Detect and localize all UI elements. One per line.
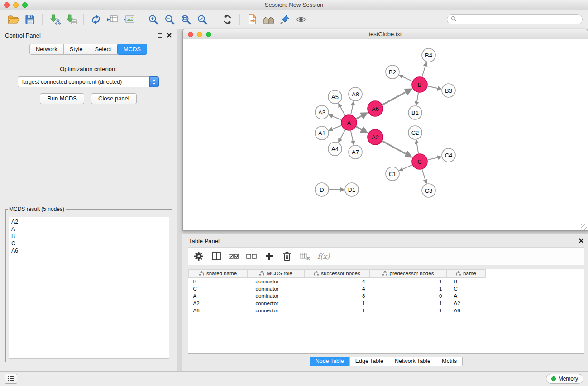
- column-header-shared-name[interactable]: shared name: [189, 270, 248, 278]
- edge-A-A4[interactable]: [340, 130, 345, 139]
- mcds-result-item[interactable]: B: [9, 233, 169, 240]
- network-window-titlebar[interactable]: testGlobe.txt: [183, 29, 588, 39]
- table-row[interactable]: A6connector11A6: [189, 307, 486, 314]
- network-arrows-icon[interactable]: [88, 12, 104, 27]
- edge-A-A7[interactable]: [351, 131, 353, 142]
- close-table-panel-icon[interactable]: [579, 238, 583, 243]
- node-C1[interactable]: C1: [386, 167, 399, 181]
- node-table-container[interactable]: shared nameMCDS rolesuccessor nodesprede…: [188, 269, 584, 354]
- edge-A-A5[interactable]: [340, 106, 345, 115]
- float-panel-icon[interactable]: [158, 33, 162, 38]
- document-export-icon[interactable]: [244, 12, 260, 27]
- edge-C-C2[interactable]: [417, 143, 419, 154]
- close-panel-button[interactable]: Close panel: [91, 93, 137, 104]
- column-header-MCDS-role[interactable]: MCDS role: [248, 270, 305, 278]
- mcds-result-item[interactable]: A2: [9, 218, 169, 225]
- image-export-icon[interactable]: [120, 12, 137, 27]
- node-C[interactable]: C: [412, 154, 427, 169]
- open-folder-icon[interactable]: [5, 12, 22, 27]
- edge-B-B1[interactable]: [417, 93, 418, 102]
- node-C4[interactable]: C4: [442, 148, 455, 162]
- column-header-name[interactable]: name: [447, 270, 486, 278]
- import-table-icon[interactable]: [63, 12, 79, 27]
- edge-B-B4[interactable]: [422, 66, 425, 77]
- edge-A-A1[interactable]: [332, 125, 341, 129]
- tab-edge-table[interactable]: Edge Table: [349, 357, 389, 366]
- network-graph[interactable]: B4B2BB3A8A5A6B1A3AC2A1A2A4A7C4CC1C3DD1: [183, 40, 588, 230]
- edge-A-A3[interactable]: [332, 116, 341, 120]
- mcds-result-item[interactable]: A6: [9, 247, 169, 254]
- node-C2[interactable]: C2: [408, 126, 422, 139]
- edge-B-B3[interactable]: [428, 86, 438, 89]
- eye-icon[interactable]: [293, 12, 309, 27]
- network-minimize-icon[interactable]: [197, 32, 202, 37]
- node-D[interactable]: D: [315, 183, 329, 196]
- node-A6[interactable]: A6: [368, 101, 383, 116]
- mcds-result-list[interactable]: A2ABCA6: [9, 217, 169, 359]
- table-row[interactable]: Bdominator41B: [189, 278, 486, 285]
- node-B1[interactable]: B1: [408, 106, 422, 119]
- node-B2[interactable]: B2: [386, 65, 399, 79]
- node-A4[interactable]: A4: [328, 142, 342, 156]
- table-row[interactable]: Adominator80A: [189, 292, 486, 300]
- network-canvas[interactable]: B4B2BB3A8A5A6B1A3AC2A1A2A4A7C4CC1C3DD1: [183, 40, 588, 230]
- table-row[interactable]: Cdominator41C: [189, 285, 486, 292]
- node-A8[interactable]: A8: [349, 87, 362, 101]
- minimize-window-icon[interactable]: [13, 2, 19, 8]
- resize-grip[interactable]: [581, 224, 587, 230]
- node-A5[interactable]: A5: [328, 90, 342, 104]
- gear-icon[interactable]: [193, 250, 205, 262]
- column-header-successor-nodes[interactable]: successor nodes: [305, 270, 370, 278]
- save-icon[interactable]: [22, 12, 38, 27]
- close-window-icon[interactable]: [4, 2, 10, 8]
- edge-A2-C[interactable]: [382, 141, 406, 154]
- table-row[interactable]: A2connector11A2: [189, 300, 486, 307]
- run-mcds-button[interactable]: Run MCDS: [40, 93, 84, 104]
- zoom-fit-icon[interactable]: [178, 12, 194, 27]
- edge-A-A6[interactable]: [356, 116, 362, 119]
- deselect-all-icon[interactable]: [246, 250, 258, 262]
- table-delete-icon[interactable]: [299, 250, 311, 262]
- zoom-out-icon[interactable]: [162, 12, 178, 27]
- node-A3[interactable]: A3: [315, 105, 329, 119]
- tab-node-table[interactable]: Node Table: [310, 357, 350, 366]
- add-column-icon[interactable]: [263, 250, 275, 262]
- tab-select[interactable]: Select: [89, 44, 118, 55]
- tab-network-table[interactable]: Network Table: [389, 357, 436, 366]
- node-A7[interactable]: A7: [349, 145, 362, 159]
- search-box[interactable]: [447, 14, 583, 24]
- zoom-window-icon[interactable]: [22, 2, 28, 8]
- node-A[interactable]: A: [341, 115, 357, 130]
- node-A1[interactable]: A1: [315, 126, 329, 140]
- close-panel-icon[interactable]: [167, 33, 172, 38]
- table-export-icon[interactable]: [104, 12, 120, 27]
- node-B[interactable]: B: [412, 77, 427, 92]
- network-zoom-icon[interactable]: [206, 32, 211, 37]
- mcds-result-item[interactable]: A: [9, 225, 169, 233]
- edge-A-A2[interactable]: [356, 127, 362, 130]
- birdseye-homes-icon[interactable]: [260, 12, 277, 27]
- criterion-dropdown[interactable]: largest connected component (directed): [18, 76, 159, 87]
- split-columns-icon[interactable]: [210, 250, 222, 262]
- function-builder-icon[interactable]: f(x): [316, 252, 330, 261]
- node-C3[interactable]: C3: [422, 184, 435, 197]
- paint-brush-icon[interactable]: [277, 12, 293, 27]
- edge-C-C1[interactable]: [402, 165, 412, 169]
- tab-network[interactable]: Network: [29, 44, 64, 55]
- delete-column-icon[interactable]: [281, 250, 293, 262]
- edge-A6-B[interactable]: [382, 92, 406, 105]
- edge-C-C4[interactable]: [428, 157, 438, 160]
- network-close-icon[interactable]: [188, 32, 193, 37]
- zoom-in-icon[interactable]: [145, 12, 162, 27]
- column-header-predecessor-nodes[interactable]: predecessor nodes: [370, 270, 447, 278]
- tab-motifs[interactable]: Motifs: [436, 357, 463, 366]
- edge-A-A8[interactable]: [351, 105, 353, 114]
- tab-style[interactable]: Style: [63, 44, 89, 55]
- search-input[interactable]: [459, 16, 578, 23]
- memory-button[interactable]: Memory: [546, 374, 583, 384]
- float-table-panel-icon[interactable]: [570, 239, 574, 243]
- mcds-result-item[interactable]: C: [9, 240, 169, 247]
- node-A2[interactable]: A2: [368, 129, 383, 145]
- node-D1[interactable]: D1: [345, 183, 359, 196]
- edge-B-B2[interactable]: [402, 76, 412, 81]
